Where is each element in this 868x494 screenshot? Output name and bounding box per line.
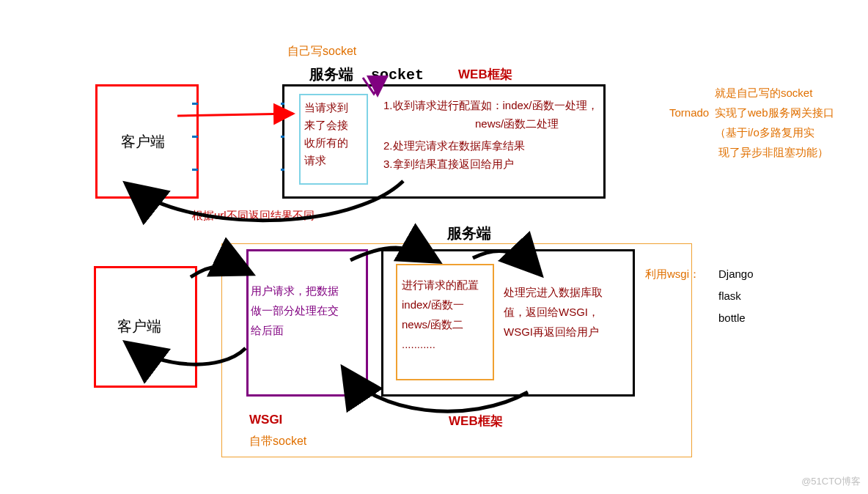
arrow-wsgi-to-config (350, 248, 436, 260)
arrow-client-to-server-top (177, 114, 293, 116)
arrows-overlay (0, 0, 868, 494)
arrow-client-to-wsgi (191, 266, 249, 277)
arrow-return-top (128, 181, 403, 221)
arrow-wsgi-to-client (128, 344, 246, 364)
arrow-config-to-process (473, 251, 539, 273)
arrow-purple-v (363, 78, 385, 94)
arrow-process-to-wsgi (345, 370, 528, 411)
